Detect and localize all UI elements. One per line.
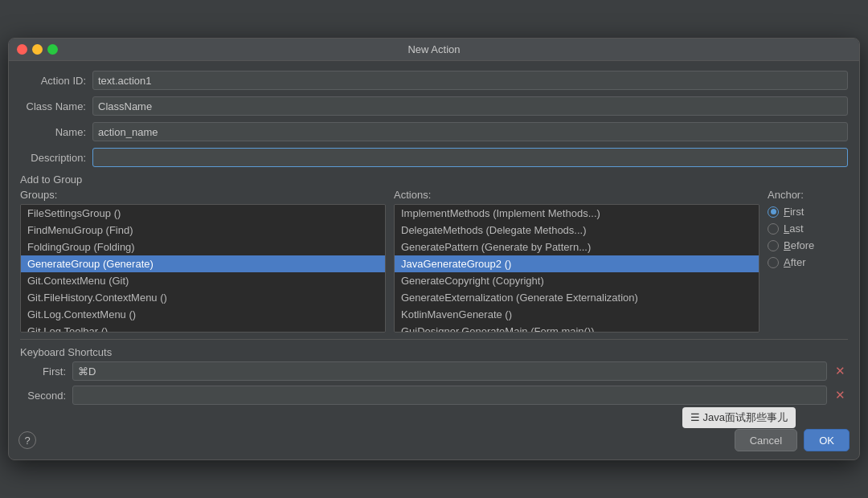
list-item[interactable]: ImplementMethods (Implement Methods...) xyxy=(395,205,759,222)
list-item[interactable]: GuiDesigner.GenerateMain (Form main()) xyxy=(395,323,759,333)
actions-column: Actions: ImplementMethods (Implement Met… xyxy=(394,189,760,333)
window-controls[interactable] xyxy=(17,44,58,55)
name-row: Name: xyxy=(20,122,848,141)
anchor-header: Anchor: xyxy=(768,189,848,201)
groups-actions-section: Groups: FileSettingsGroup () FindMenuGro… xyxy=(20,189,848,333)
description-row: Description: xyxy=(20,148,848,167)
anchor-first-radio[interactable] xyxy=(768,206,779,218)
list-item[interactable]: Git.ContextMenu (Git) xyxy=(21,272,385,289)
actions-list[interactable]: ImplementMethods (Implement Methods...) … xyxy=(394,204,760,333)
cancel-button[interactable]: Cancel xyxy=(735,429,797,451)
action-id-input[interactable] xyxy=(92,71,848,90)
close-button[interactable] xyxy=(17,44,27,55)
anchor-before-label: Before xyxy=(784,239,814,251)
shortcuts-section: First: ✕ Second: ✕ xyxy=(20,361,848,405)
list-item-selected[interactable]: JavaGenerateGroup2 () xyxy=(395,255,759,272)
shortcut-second-row: Second: ✕ xyxy=(20,386,848,405)
shortcut-first-label: First: xyxy=(20,365,72,378)
anchor-first-row[interactable]: First xyxy=(768,206,848,218)
window-title: New Action xyxy=(407,43,460,55)
anchor-after-label: After xyxy=(784,256,805,268)
list-item[interactable]: KotlinMavenGenerate () xyxy=(395,306,759,323)
list-item[interactable]: DelegateMethods (Delegate Methods...) xyxy=(395,222,759,239)
anchor-first-label: First xyxy=(784,206,804,218)
anchor-column: Anchor: First Last Before xyxy=(768,189,848,333)
description-label: Description: xyxy=(20,152,92,164)
anchor-last-label: Last xyxy=(784,222,804,235)
action-id-row: Action ID: xyxy=(20,71,848,90)
list-item[interactable]: GenerateCopyright (Copyright) xyxy=(395,272,759,289)
class-name-input[interactable] xyxy=(92,96,848,116)
list-item[interactable]: Git.FileHistory.ContextMenu () xyxy=(21,289,385,306)
list-item[interactable]: GeneratePattern (Generate by Pattern...) xyxy=(395,239,759,255)
name-input[interactable] xyxy=(92,122,848,141)
actions-header: Actions: xyxy=(394,189,760,201)
shortcut-first-row: First: ✕ xyxy=(20,361,848,381)
class-name-row: Class Name: xyxy=(20,96,848,116)
anchor-options: First Last Before After xyxy=(768,206,848,268)
anchor-last-radio[interactable] xyxy=(768,223,779,235)
anchor-last-row[interactable]: Last xyxy=(768,222,848,235)
maximize-button[interactable] xyxy=(47,44,58,55)
anchor-before-radio[interactable] xyxy=(768,240,779,251)
add-to-group-label: Add to Group xyxy=(20,173,848,186)
class-name-label: Class Name: xyxy=(20,100,92,112)
list-item[interactable]: GenerateExternalization (Generate Extern… xyxy=(395,289,759,306)
button-group: Cancel OK xyxy=(735,429,850,451)
keyboard-shortcuts-label: Keyboard Shortcuts xyxy=(20,346,848,358)
groups-column: Groups: FileSettingsGroup () FindMenuGro… xyxy=(20,189,386,333)
shortcut-first-input[interactable] xyxy=(72,361,827,381)
titlebar: New Action xyxy=(9,39,859,61)
shortcut-second-input[interactable] xyxy=(72,386,827,405)
shortcut-second-label: Second: xyxy=(20,390,72,402)
groups-header: Groups: xyxy=(20,189,386,201)
name-label: Name: xyxy=(20,126,92,138)
ok-button[interactable]: OK xyxy=(804,429,850,451)
watermark: ☰ Java面试那些事儿 xyxy=(682,407,796,428)
action-id-label: Action ID: xyxy=(20,75,92,87)
divider xyxy=(20,339,848,340)
list-item-selected[interactable]: GenerateGroup (Generate) xyxy=(21,255,385,272)
shortcut-first-clear[interactable]: ✕ xyxy=(832,363,848,379)
minimize-button[interactable] xyxy=(32,44,43,55)
help-button[interactable]: ? xyxy=(18,431,36,449)
groups-list[interactable]: FileSettingsGroup () FindMenuGroup (Find… xyxy=(20,204,386,333)
anchor-before-row[interactable]: Before xyxy=(768,239,848,251)
list-item[interactable]: FileSettingsGroup () xyxy=(21,205,385,222)
list-item[interactable]: FindMenuGroup (Find) xyxy=(21,222,385,239)
anchor-after-row[interactable]: After xyxy=(768,256,848,268)
list-item[interactable]: Git.Log.ContextMenu () xyxy=(21,306,385,323)
shortcut-second-clear[interactable]: ✕ xyxy=(832,387,848,403)
list-item[interactable]: FoldingGroup (Folding) xyxy=(21,239,385,255)
description-input[interactable] xyxy=(92,148,848,167)
list-item[interactable]: Git.Log.Toolbar () xyxy=(21,323,385,333)
anchor-after-radio[interactable] xyxy=(768,257,779,268)
